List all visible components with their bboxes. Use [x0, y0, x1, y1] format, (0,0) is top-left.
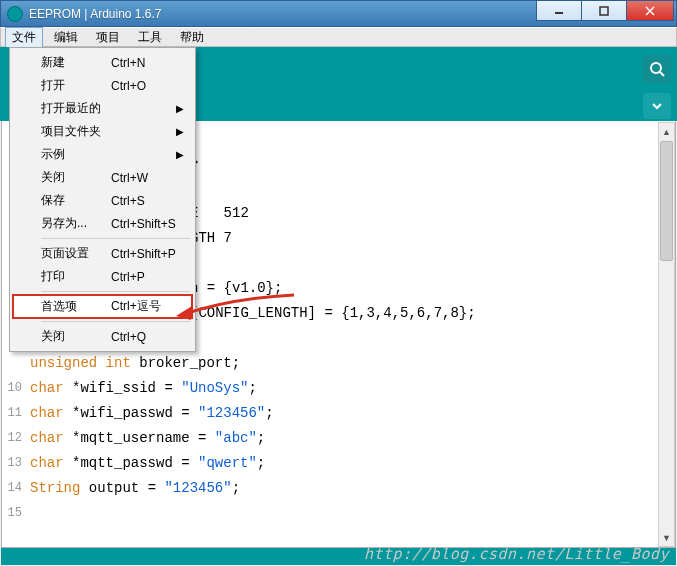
menu-separator	[41, 238, 190, 239]
menu-item-quit[interactable]: 关闭Ctrl+Q	[13, 325, 192, 348]
app-icon	[7, 6, 23, 22]
scroll-down-icon[interactable]: ▼	[659, 529, 674, 546]
menu-item-page-setup[interactable]: 页面设置Ctrl+Shift+P	[13, 242, 192, 265]
svg-line-3	[646, 7, 654, 15]
menu-item-close[interactable]: 关闭Ctrl+W	[13, 166, 192, 189]
menu-edit[interactable]: 编辑	[47, 27, 85, 48]
menu-item-preferences[interactable]: 首选项Ctrl+逗号	[13, 295, 192, 318]
window-titlebar: EEPROM | Arduino 1.6.7	[0, 0, 677, 27]
watermark-text: http://blog.csdn.net/Little_Body	[364, 545, 669, 563]
menu-item-examples[interactable]: 示例▶	[13, 143, 192, 166]
menu-item-open[interactable]: 打开Ctrl+O	[13, 74, 192, 97]
scrollbar-thumb[interactable]	[660, 141, 673, 261]
menu-tools[interactable]: 工具	[131, 27, 169, 48]
submenu-arrow-icon: ▶	[176, 126, 184, 137]
menu-item-save[interactable]: 保存Ctrl+S	[13, 189, 192, 212]
svg-line-2	[646, 7, 654, 15]
menubar: 文件 编辑 项目 工具 帮助	[0, 27, 677, 47]
svg-point-4	[651, 63, 661, 73]
close-button[interactable]	[626, 1, 674, 21]
menu-item-new[interactable]: 新建Ctrl+N	[13, 51, 192, 74]
submenu-arrow-icon: ▶	[176, 103, 184, 114]
menu-separator	[41, 291, 190, 292]
menu-separator	[41, 321, 190, 322]
menu-project[interactable]: 项目	[89, 27, 127, 48]
window-title: EEPROM | Arduino 1.6.7	[29, 7, 162, 21]
menu-item-print[interactable]: 打印Ctrl+P	[13, 265, 192, 288]
file-menu-dropdown: 新建Ctrl+N 打开Ctrl+O 打开最近的▶ 项目文件夹▶ 示例▶ 关闭Ct…	[9, 47, 196, 352]
submenu-arrow-icon: ▶	[176, 149, 184, 160]
minimize-button[interactable]	[536, 1, 582, 21]
svg-rect-1	[600, 7, 608, 15]
scroll-up-icon[interactable]: ▲	[659, 123, 674, 140]
magnifier-icon	[649, 61, 665, 77]
menu-item-open-recent[interactable]: 打开最近的▶	[13, 97, 192, 120]
vertical-scrollbar[interactable]: ▲ ▼	[658, 122, 675, 547]
maximize-button[interactable]	[581, 1, 627, 21]
chevron-down-icon	[651, 100, 663, 112]
menu-item-save-as[interactable]: 另存为...Ctrl+Shift+S	[13, 212, 192, 235]
tab-menu-button[interactable]	[643, 93, 671, 119]
svg-line-5	[660, 72, 664, 76]
serial-monitor-button[interactable]	[643, 55, 671, 83]
menu-help[interactable]: 帮助	[173, 27, 211, 48]
menu-item-sketchbook[interactable]: 项目文件夹▶	[13, 120, 192, 143]
menu-file[interactable]: 文件	[5, 27, 43, 48]
